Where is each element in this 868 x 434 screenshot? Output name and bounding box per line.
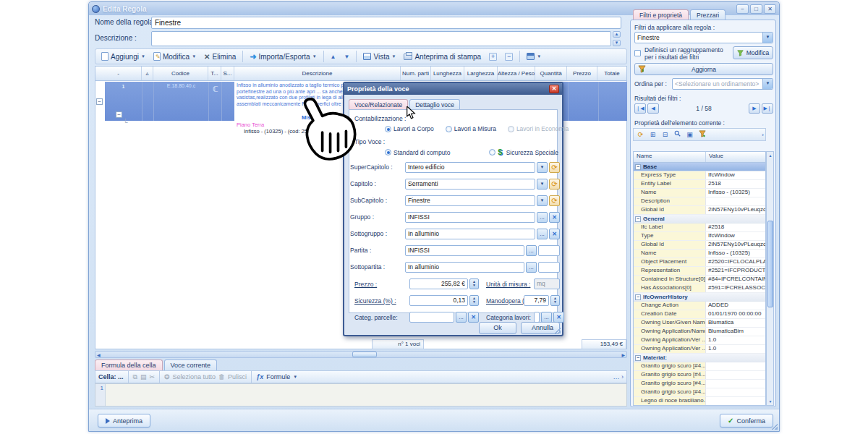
browse-dots-button[interactable]: ... — [456, 312, 467, 323]
last-page-icon[interactable]: ▶❘ — [762, 103, 773, 114]
scrollbar-thumb[interactable] — [352, 352, 377, 357]
collapse-all-icon[interactable]: ⊟ — [660, 129, 671, 140]
formula-editor[interactable]: 1 — [95, 383, 627, 407]
property-row[interactable]: Global Id2iN57ENy10vPLeuqzc7FCI — [634, 241, 765, 250]
property-row[interactable]: Contained In Structure[0]#84=IFCRELCONTA… — [634, 276, 765, 284]
anteprima-stampa-button[interactable]: Anteprima di stampa — [401, 52, 484, 61]
property-row[interactable]: Description — [634, 197, 765, 206]
vertical-scrollbar[interactable]: ▲ ▼ — [766, 151, 774, 406]
property-row[interactable]: Owning Application/Ver ...1.0 — [634, 345, 765, 354]
property-row[interactable]: Granito grigio scuro [#4... — [634, 380, 765, 388]
collapse-icon[interactable]: − — [635, 294, 641, 300]
property-row[interactable]: Global Id2iN57ENy10vPLeuqzc7FCI — [634, 206, 765, 215]
scroll-up-icon[interactable]: ▲ — [613, 31, 621, 38]
aggiorna-button[interactable]: Aggiorna — [634, 63, 773, 75]
layout-button[interactable]: ▼ — [524, 52, 544, 61]
scroll-up-icon[interactable]: ▲ — [767, 153, 773, 158]
property-row[interactable]: Entity Label2518 — [634, 180, 765, 189]
field-input[interactable]: In alluminio — [405, 262, 524, 273]
scroll-right-icon[interactable]: ▶ — [621, 352, 625, 357]
browse-dots-button[interactable]: ... — [541, 312, 552, 323]
property-row[interactable]: Granito grigio scuro [#4... — [634, 388, 765, 397]
tab-formula-della-cella[interactable]: Formula della cella — [95, 359, 163, 370]
next-page-icon[interactable]: ▶ — [749, 103, 760, 114]
rule-name-input[interactable] — [151, 17, 621, 29]
scrollbar-thumb[interactable] — [767, 221, 773, 307]
property-row[interactable]: Has Associations[0]#591=IFCRELASSOCIATES… — [634, 284, 765, 293]
tree-collapse-icon[interactable]: − — [116, 111, 122, 118]
categ-parcelle-input[interactable] — [409, 312, 454, 323]
property-row[interactable]: Owning Application/NameBlumaticaBim — [634, 328, 765, 336]
dialog-resize-grip[interactable] — [555, 328, 561, 333]
filter-plus-icon[interactable] — [697, 129, 707, 140]
dialog-close-button[interactable]: ✕ — [549, 85, 559, 93]
chevron-down-icon[interactable]: ▼ — [537, 195, 548, 206]
property-row[interactable]: TypeIfcWindow — [634, 232, 765, 241]
tab-voce-corrente[interactable]: Voce corrente — [164, 359, 218, 370]
radio-standard-di-computo[interactable]: Standard di computo — [385, 148, 450, 156]
browse-dots-button[interactable]: ... — [526, 262, 537, 273]
clear-x-button[interactable]: ✕ — [549, 212, 560, 223]
chevron-down-icon[interactable]: ▼ — [762, 33, 773, 43]
expand-all-icon[interactable]: ⊞ — [647, 129, 658, 140]
clear-x-button[interactable]: ✕ — [468, 312, 479, 323]
radio-lavori-a-misura[interactable]: Lavori a Misura — [446, 125, 496, 132]
description-scrollbar[interactable]: ▲ ▼ — [613, 31, 621, 46]
minimize-button[interactable]: − — [736, 4, 749, 14]
raggruppamento-checkbox[interactable] — [634, 50, 641, 56]
clipboard-icon[interactable]: ▣ — [684, 129, 695, 140]
property-section-header[interactable]: −IfcOwnerHistory — [634, 293, 765, 302]
field-input[interactable]: INFISSI — [405, 245, 524, 256]
seleziona-tutto-button[interactable]: Seleziona tutto — [173, 373, 216, 380]
selected-row-left[interactable]: 1 E.18.80.40.c ℂ — [105, 82, 234, 121]
move-down-button[interactable]: ▼ — [341, 53, 353, 61]
items-table-header[interactable]: - ▵ Codice T... S... Descrizione Num. pa… — [95, 67, 626, 81]
paste-icon[interactable]: ▤ — [140, 373, 147, 380]
search-icon[interactable] — [672, 129, 683, 140]
prezzo-input[interactable]: 255,82 € — [409, 278, 468, 289]
resize-grip[interactable] — [772, 424, 778, 430]
expand-all-button[interactable]: + — [486, 52, 500, 61]
importa-esporta-button[interactable]: ➜ Importa/Esporta▼ — [247, 52, 319, 61]
formule-button[interactable]: Formule — [266, 373, 290, 380]
property-row[interactable]: NameInfisso - (10325) — [634, 250, 765, 258]
categoria-lavori-input[interactable] — [534, 312, 540, 323]
property-grid-header[interactable]: Name Value — [634, 152, 765, 163]
property-row[interactable]: Granito grigio scuro [#4... — [634, 371, 765, 380]
refresh-icon[interactable]: ⟳ — [549, 195, 560, 206]
elimina-button[interactable]: ✕ Elimina — [201, 52, 239, 61]
field-input[interactable]: In alluminio — [405, 229, 535, 239]
maximize-button[interactable]: □ — [750, 4, 762, 14]
property-section-header[interactable]: −Base — [634, 163, 765, 171]
clear-x-button[interactable]: ✕ — [549, 229, 560, 239]
property-row[interactable]: Ifc Label#2518 — [634, 224, 765, 232]
aggiungi-button[interactable]: Aggiungi▼ — [98, 51, 148, 61]
pulisci-button[interactable]: Pulisci — [228, 373, 247, 380]
property-row[interactable]: Representation#2521=IFCPRODUCTDEFIN... — [634, 267, 765, 276]
field-extra-input[interactable] — [538, 245, 560, 256]
conferma-button[interactable]: ✓ Conferma — [720, 414, 773, 427]
filtro-combobox[interactable]: Finestre ▼ — [634, 32, 773, 43]
refresh-icon[interactable]: ⟳ — [549, 162, 560, 173]
manodopera-input[interactable]: 7,79 — [524, 295, 549, 306]
property-row[interactable]: Express TypeIfcWindow — [634, 171, 765, 180]
property-section-header[interactable]: −General — [634, 215, 765, 224]
clear-x-button[interactable]: ✕ — [553, 312, 564, 323]
property-row[interactable]: Owning Application/Ver ...1.0 — [634, 336, 765, 345]
first-page-icon[interactable]: ❘◀ — [634, 103, 646, 114]
tab-voce-relazionate[interactable]: Voce/Relazionate — [349, 99, 408, 109]
collapse-icon[interactable]: − — [635, 355, 641, 361]
collapse-icon[interactable]: − — [635, 216, 641, 222]
scroll-down-icon[interactable]: ▼ — [613, 40, 621, 46]
tab-prezzari[interactable]: Prezzari — [690, 9, 726, 20]
prev-page-icon[interactable]: ◀ — [647, 103, 659, 114]
property-row[interactable]: Granito grigio scuro [#4... — [634, 362, 765, 371]
sicurezza-input[interactable]: 0,13 — [409, 295, 468, 306]
property-section-header[interactable]: −Material: — [634, 354, 765, 362]
field-input[interactable]: INFISSI — [405, 212, 535, 223]
modifica-button[interactable]: Modifica▼ — [150, 51, 199, 61]
property-row[interactable]: Object Placement#2520=IFCLOCALPLACEME... — [634, 258, 765, 267]
close-button[interactable]: ✕ — [764, 4, 776, 14]
field-extra-input[interactable] — [538, 262, 560, 273]
field-input[interactable]: Intero edificio — [405, 162, 535, 173]
